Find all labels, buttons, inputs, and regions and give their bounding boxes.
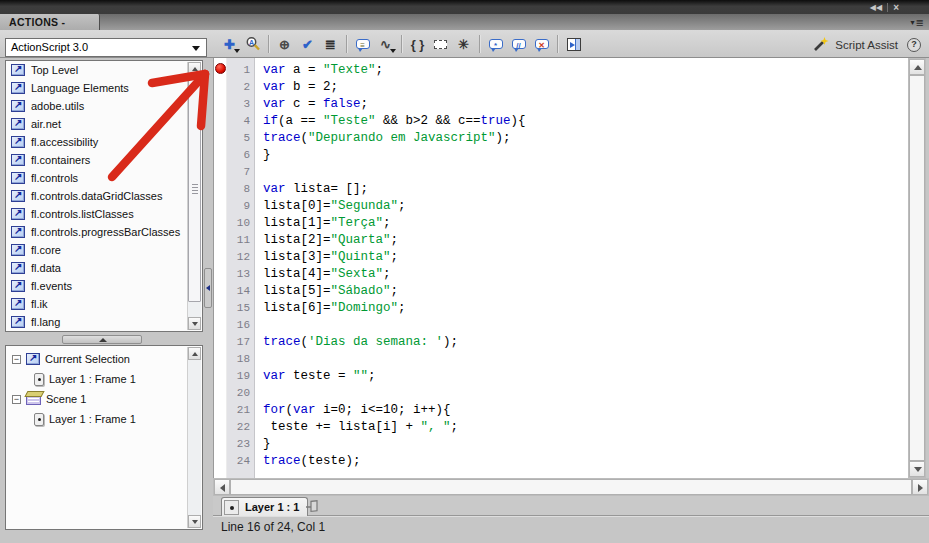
insert-target-path-icon[interactable]: ⊕ <box>273 33 296 55</box>
code-line[interactable]: lista[0]="Segunda"; <box>263 198 908 215</box>
package-tree-item[interactable]: fl.events <box>6 277 202 295</box>
package-tree-scrollbar[interactable] <box>187 62 201 330</box>
class-package-icon <box>11 280 25 292</box>
package-tree-item[interactable]: fl.data <box>6 259 202 277</box>
code-line[interactable]: if(a == "Teste" && b>2 && c==true){ <box>263 113 908 130</box>
debug-options-icon[interactable]: ∿ <box>374 33 397 55</box>
expander-icon[interactable]: − <box>12 395 21 404</box>
package-tree-item[interactable]: fl.lang <box>6 313 202 331</box>
auto-format-icon[interactable]: ≣ <box>319 33 342 55</box>
package-tree-item[interactable]: fl.controls.dataGridClasses <box>6 187 202 205</box>
scroll-up-icon[interactable] <box>909 59 925 75</box>
remove-comment-icon[interactable]: ✕ <box>530 33 553 55</box>
package-tree-item[interactable]: fl.controls <box>6 169 202 187</box>
code-line[interactable]: lista[3]="Quinta"; <box>263 249 908 266</box>
scroll-up-icon[interactable] <box>188 62 201 75</box>
add-script-icon[interactable]: ✚ <box>218 33 241 55</box>
tab-layer-1[interactable]: Layer 1 : 1 <box>221 497 308 516</box>
splitter-handle[interactable] <box>62 335 142 344</box>
panel-menu-icon[interactable]: ▾ ≣ <box>911 16 924 29</box>
code-line[interactable]: } <box>263 436 908 453</box>
scroll-left-icon[interactable] <box>214 479 230 495</box>
code-line[interactable]: var c = false; <box>263 96 908 113</box>
class-package-icon <box>11 100 25 112</box>
scrollbar-thumb[interactable] <box>909 75 925 461</box>
close-icon[interactable]: × <box>893 2 899 13</box>
sidebar-collapse-handle[interactable] <box>204 268 212 308</box>
code-line[interactable]: } <box>263 147 908 164</box>
package-tree-item[interactable]: fl.ik <box>6 295 202 313</box>
package-tree-item[interactable]: adobe.utils <box>6 97 202 115</box>
show-code-hint-icon[interactable]: ≡ <box>351 33 374 55</box>
navigator-row[interactable]: −Scene 1 <box>6 389 202 409</box>
package-tree-item[interactable]: fl.containers <box>6 151 202 169</box>
code-line[interactable]: trace("Depurando em Javascript"); <box>263 130 908 147</box>
script-editor[interactable]: 123456789101112131415161718192021222324 … <box>213 58 908 478</box>
scroll-down-icon[interactable] <box>188 317 201 330</box>
code-line[interactable]: var teste = ""; <box>263 368 908 385</box>
frame-icon <box>34 413 44 426</box>
expand-all-icon[interactable]: ✳ <box>452 33 475 55</box>
code-line[interactable]: for(var i=0; i<=10; i++){ <box>263 402 908 419</box>
chevron-up-icon <box>99 338 107 342</box>
scroll-down-icon[interactable] <box>909 461 925 477</box>
code-line[interactable] <box>263 351 908 368</box>
code-line[interactable]: var lista= []; <box>263 181 908 198</box>
package-tree-item[interactable]: fl.controls.progressBarClasses <box>6 223 202 241</box>
package-tree-item[interactable]: fl.controls.listClasses <box>6 205 202 223</box>
package-tree-item[interactable]: Top Level <box>6 61 202 79</box>
show-hide-toolbox-icon[interactable] <box>562 33 585 55</box>
code-line[interactable] <box>263 317 908 334</box>
script-assist-label: Script Assist <box>835 39 898 51</box>
navigator-row[interactable]: −Current Selection <box>6 349 202 369</box>
find-icon[interactable]: A <box>241 33 264 55</box>
script-assist-button[interactable]: Script Assist <box>812 36 898 53</box>
breakpoint-marker[interactable] <box>215 63 226 74</box>
code-line[interactable]: teste += lista[i] + ", "; <box>263 419 908 436</box>
code-line[interactable]: var b = 2; <box>263 79 908 96</box>
scrollbar-thumb[interactable] <box>188 76 201 302</box>
code-line[interactable]: trace(teste); <box>263 453 908 470</box>
collapse-to-icons-icon[interactable]: ◀◀ <box>870 3 882 12</box>
collapse-selection-icon[interactable] <box>429 33 452 55</box>
code-line[interactable]: lista[5]="Sábado"; <box>263 283 908 300</box>
scroll-up-icon[interactable] <box>188 347 201 360</box>
code-area[interactable]: var a = "Texte";var b = 2;var c = false;… <box>255 58 908 478</box>
code-line[interactable] <box>263 164 908 181</box>
editor-vertical-scrollbar[interactable] <box>908 58 926 478</box>
package-tree-item[interactable]: Language Elements <box>6 79 202 97</box>
class-package-icon <box>11 172 25 184</box>
package-tree-item[interactable]: fl.core <box>6 241 202 259</box>
code-line[interactable]: lista[2]="Quarta"; <box>263 232 908 249</box>
expander-icon[interactable]: − <box>12 355 21 364</box>
panel-splitter[interactable] <box>0 333 203 345</box>
navigator-scrollbar[interactable] <box>187 347 201 528</box>
package-tree-item[interactable]: fl.accessibility <box>6 133 202 151</box>
apply-line-comment-icon[interactable]: // <box>507 33 530 55</box>
pin-script-icon[interactable] <box>305 500 321 513</box>
tab-actions-frame[interactable]: ACTIONS - FRAME <box>0 14 100 30</box>
check-syntax-icon[interactable]: ✔ <box>296 33 319 55</box>
navigator-row[interactable]: Layer 1 : Frame 1 <box>6 369 202 389</box>
scroll-right-icon[interactable] <box>912 479 928 495</box>
code-line[interactable] <box>263 385 908 402</box>
editor-horizontal-scrollbar[interactable] <box>213 478 929 496</box>
scroll-down-icon[interactable] <box>188 515 201 528</box>
class-package-icon <box>11 208 25 220</box>
class-package-icon <box>11 244 25 256</box>
code-line[interactable]: trace('Dias da semana: '); <box>263 334 908 351</box>
code-line[interactable]: lista[6]="Domingo"; <box>263 300 908 317</box>
apply-block-comment-icon[interactable]: * <box>484 33 507 55</box>
breakpoint-gutter[interactable] <box>214 58 227 478</box>
code-line[interactable]: var a = "Texte"; <box>263 62 908 79</box>
actionscript-version-select[interactable]: ActionScript 3.0 <box>5 38 207 57</box>
status-bar: Line 16 of 24, Col 1 <box>213 516 929 543</box>
help-icon[interactable]: ? <box>907 38 921 52</box>
code-line[interactable]: lista[1]="Terça"; <box>263 215 908 232</box>
scrollbar-thumb[interactable] <box>230 479 912 495</box>
navigator-row[interactable]: Layer 1 : Frame 1 <box>6 409 202 429</box>
toolbar: ActionScript 3.0 ✚A⊕✔≣≡∿{ }✳*//✕ Script … <box>0 30 929 58</box>
collapse-between-braces-icon[interactable]: { } <box>406 33 429 55</box>
package-tree-item[interactable]: air.net <box>6 115 202 133</box>
code-line[interactable]: lista[4]="Sexta"; <box>263 266 908 283</box>
